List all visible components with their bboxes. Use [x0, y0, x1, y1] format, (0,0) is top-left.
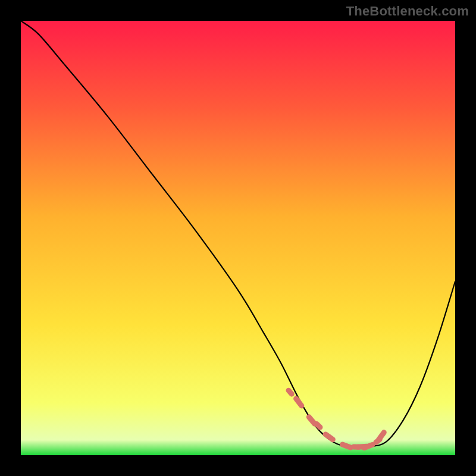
trough-marker — [364, 444, 372, 447]
trough-marker — [342, 444, 350, 447]
gradient-background — [21, 21, 455, 455]
bottleneck-chart — [21, 21, 455, 455]
trough-marker — [289, 390, 292, 394]
attribution-label: TheBottleneck.com — [346, 4, 469, 19]
chart-root: TheBottleneck.com — [0, 0, 476, 476]
trough-marker — [317, 424, 320, 428]
plot-area — [21, 21, 455, 455]
